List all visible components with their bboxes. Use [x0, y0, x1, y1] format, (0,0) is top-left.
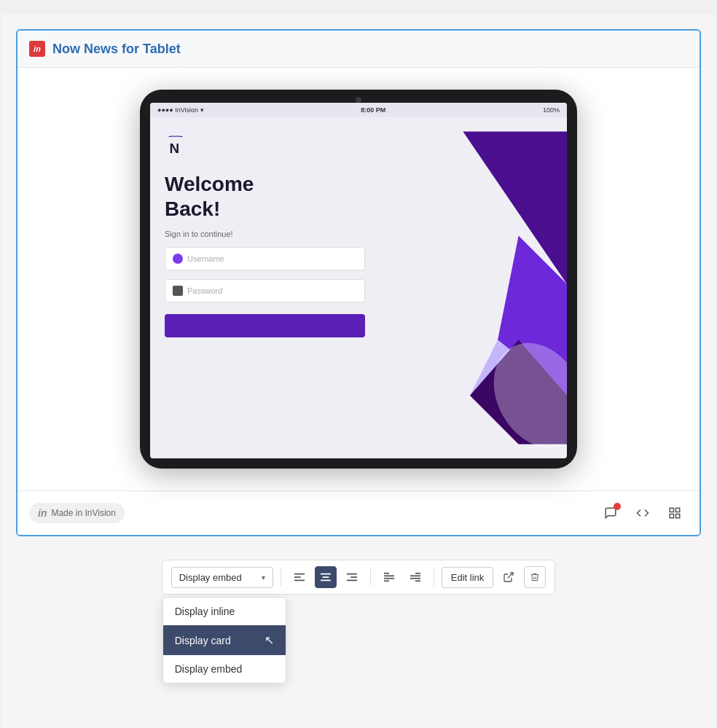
align-center-button[interactable]: [315, 566, 337, 588]
comment-button[interactable]: [598, 500, 624, 526]
app-right: [380, 117, 567, 458]
embed-footer: in Made in InVision: [17, 490, 700, 535]
status-center: 8:00 PM: [361, 106, 385, 114]
justify-right-icon: [410, 572, 420, 582]
external-link-icon: [503, 571, 514, 583]
dropdown-menu: Display inline Display card ↖ Display em…: [162, 597, 286, 684]
svg-rect-20: [384, 575, 394, 576]
page-wrapper: in Now News for Tablet ●●●● InVision ▾ 8…: [1, 15, 716, 728]
svg-rect-8: [676, 514, 680, 518]
footer-actions: [598, 500, 688, 526]
user-icon: [173, 254, 183, 264]
status-bar: ●●●● InVision ▾ 8:00 PM 100%: [150, 103, 567, 117]
username-placeholder: Username: [187, 254, 224, 263]
svg-rect-12: [294, 580, 305, 582]
svg-rect-26: [415, 580, 420, 582]
justify-left-button[interactable]: [378, 566, 400, 588]
svg-rect-21: [384, 578, 394, 579]
svg-rect-15: [321, 580, 331, 582]
toolbar-divider-3: [434, 568, 434, 586]
svg-rect-6: [670, 508, 673, 512]
svg-rect-7: [676, 508, 680, 512]
align-right-button[interactable]: [341, 566, 363, 588]
align-left-button[interactable]: [289, 566, 310, 588]
svg-rect-24: [410, 575, 420, 576]
display-inline-label: Display inline: [175, 606, 235, 617]
status-right: 100%: [543, 106, 560, 114]
app-subtitle: Sign in to continue!: [165, 230, 365, 238]
dropdown-item-inline[interactable]: Display inline: [163, 598, 286, 625]
edit-link-button[interactable]: Edit link: [442, 567, 494, 588]
password-input[interactable]: Password: [165, 279, 365, 302]
status-left: ●●●● InVision ▾: [157, 106, 204, 114]
display-card-label: Display card: [175, 635, 231, 646]
delete-button[interactable]: [524, 566, 546, 588]
svg-rect-16: [347, 574, 357, 575]
toolbar-divider-2: [370, 568, 371, 586]
justify-left-icon: [384, 572, 394, 582]
external-link-button[interactable]: [498, 566, 520, 588]
svg-rect-25: [410, 578, 420, 579]
geometric-shapes: [380, 117, 567, 458]
password-placeholder: Password: [187, 286, 222, 295]
notification-dot: [614, 503, 621, 510]
svg-text:N: N: [169, 141, 179, 156]
svg-rect-18: [347, 580, 357, 582]
toolbar-divider-1: [281, 568, 281, 586]
align-right-icon: [347, 572, 357, 582]
toolbar: Display embed ▾ Display inline Display c…: [162, 560, 556, 595]
brand-icon: N: [165, 136, 187, 157]
align-center-icon: [321, 572, 331, 582]
tablet-camera: [356, 97, 361, 103]
tablet-screen: ●●●● InVision ▾ 8:00 PM 100% N: [150, 103, 567, 458]
made-in-text: Made in InVision: [51, 508, 116, 518]
svg-rect-23: [415, 573, 420, 574]
svg-rect-22: [384, 580, 389, 582]
tablet-preview-area: ●●●● InVision ▾ 8:00 PM 100% N: [17, 68, 700, 490]
justify-right-button[interactable]: [404, 566, 426, 588]
svg-rect-19: [384, 573, 389, 574]
svg-rect-14: [322, 576, 329, 578]
display-embed-label: Display embed: [175, 663, 243, 675]
grid-button[interactable]: [662, 500, 688, 526]
dropdown-arrow-icon: ▾: [262, 574, 265, 582]
app-content: N WelcomeBack! Sign in to continue! User…: [150, 117, 567, 458]
made-in-invision: in Made in InVision: [29, 503, 125, 523]
dropdown-item-card[interactable]: Display card ↖: [163, 625, 286, 655]
svg-rect-10: [294, 574, 305, 575]
svg-rect-9: [670, 514, 673, 518]
embed-header: in Now News for Tablet: [17, 31, 700, 68]
svg-rect-13: [321, 574, 331, 575]
dropdown-item-embed[interactable]: Display embed: [163, 655, 286, 683]
svg-line-27: [508, 573, 513, 578]
lock-icon: [173, 286, 183, 296]
login-button[interactable]: [165, 314, 365, 337]
align-left-icon: [294, 572, 305, 582]
edit-link-label: Edit link: [451, 572, 485, 583]
code-icon: [636, 506, 649, 520]
display-dropdown[interactable]: Display embed ▾ Display inline Display c…: [171, 567, 273, 588]
invision-footer-logo: in: [38, 507, 47, 519]
svg-rect-17: [350, 576, 357, 578]
dropdown-current-label: Display embed: [179, 572, 242, 583]
username-input[interactable]: Username: [165, 247, 365, 270]
tablet-device: ●●●● InVision ▾ 8:00 PM 100% N: [140, 90, 577, 469]
embed-container: in Now News for Tablet ●●●● InVision ▾ 8…: [16, 29, 701, 536]
app-left: N WelcomeBack! Sign in to continue! User…: [150, 117, 380, 458]
trash-icon: [530, 572, 540, 582]
svg-rect-11: [294, 576, 301, 578]
invision-logo-badge: in: [29, 41, 45, 57]
code-button[interactable]: [630, 500, 656, 526]
cursor-icon: ↖: [265, 633, 274, 647]
welcome-title: WelcomeBack!: [165, 172, 365, 221]
embed-title: Now News for Tablet: [52, 42, 181, 57]
grid-icon: [668, 506, 681, 520]
